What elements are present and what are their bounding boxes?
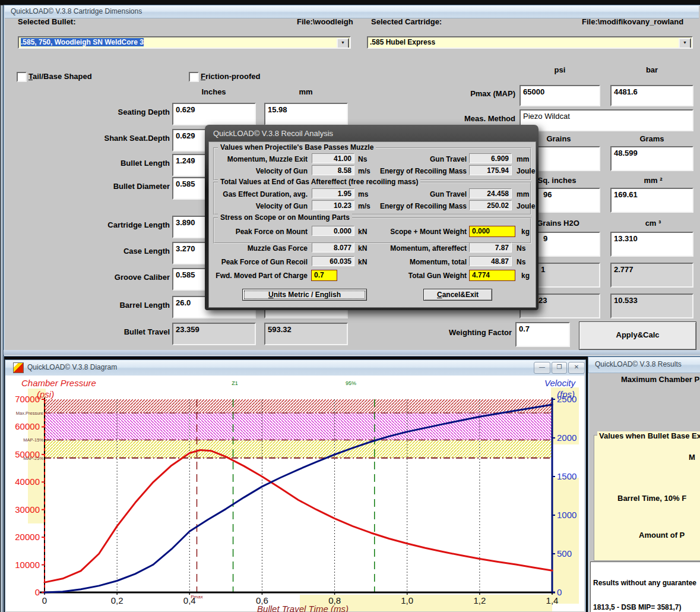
charge-grams-field[interactable]: 48.599 — [610, 146, 693, 171]
max-chamber-pressure-label: Maximum Chamber Pr — [621, 375, 700, 384]
row-label: Velocity of Gun — [212, 167, 308, 175]
muzzle-values-group — [213, 147, 531, 181]
muzzle-values-group-title: Values when Projectile's Base Passes Muz… — [218, 143, 376, 152]
row-label: Gun Travel — [368, 155, 467, 163]
cartridge-dimensions-title: QuickLOAD© V.3.8 Cartridge Dimensions — [11, 7, 142, 15]
bullet-file-label: File:\woodleigh — [297, 17, 353, 26]
pmax-bar-field[interactable]: 4481.6 — [610, 85, 693, 106]
fwd-moved-charge-input[interactable]: 0.7 — [311, 270, 337, 281]
unit-label: Ns — [517, 258, 525, 266]
peak-force-on-mount-value: 0.000 — [312, 226, 354, 236]
x-axis-title: Bullet Travel Time (ms) — [214, 604, 392, 612]
svg-text:0: 0 — [35, 587, 40, 597]
apply-calc-button[interactable]: Apply&Calc — [579, 321, 696, 350]
barrel-time-label: Barrel Time, 10% F — [617, 494, 686, 503]
row-label: Momentum, Muzzle Exit — [212, 155, 308, 163]
energy-recoiling-mass-muzzle-value: 175.94 — [469, 165, 512, 175]
results-warning-box: Results without any guarantee 1813,5 - D… — [590, 561, 700, 612]
gun-travel-aftereffect-value: 24.458 — [469, 188, 512, 198]
svg-text:1000: 1000 — [557, 510, 577, 520]
grams-header: Grams — [622, 134, 682, 143]
gas-effect-duration-value: 1.95 — [312, 188, 354, 198]
svg-text:1,0: 1,0 — [401, 595, 413, 605]
disabled-field-right: 2.777 — [610, 263, 693, 288]
dim-label: Shank Seat.Depth — [17, 134, 170, 143]
psi-header: psi — [530, 65, 590, 74]
scope-mount-weight-input[interactable]: 0.000 — [469, 226, 515, 237]
svg-text:0,2: 0,2 — [111, 595, 123, 605]
cm3-header: cm ³ — [623, 219, 683, 228]
svg-text:Z1: Z1 — [232, 380, 238, 386]
bullet-travel-mm-field: 593.32 — [264, 323, 348, 345]
scope-stress-group-title: Stress on Scope or on Mounting Parts — [218, 213, 352, 222]
unit-label: Joule — [517, 202, 535, 210]
bullet-combobox[interactable]: .585, 750, Woodleigh SN WeldCore 3 ▼ — [18, 36, 351, 49]
svg-text:30000: 30000 — [15, 504, 40, 515]
row-label: Momentum, aftereffect — [368, 244, 467, 253]
main-bottom-border — [4, 350, 700, 355]
velocity-of-gun-muzzle-value: 8.58 — [312, 165, 354, 175]
unit-label: Ns — [358, 155, 367, 163]
diagram-app-icon — [13, 362, 24, 373]
momentum-total-value: 48.87 — [469, 256, 512, 266]
muzzle-gas-force-value: 8.077 — [312, 242, 354, 253]
diagram-title: QuickLOAD© V.3.8 Diagram — [27, 363, 117, 371]
svg-text:0: 0 — [42, 595, 47, 605]
row-label: Energy of Recoiling Mass — [368, 202, 467, 210]
chevron-down-icon[interactable]: ▼ — [679, 38, 691, 49]
minimize-button[interactable]: — — [534, 362, 550, 374]
svg-text:1500: 1500 — [557, 471, 577, 481]
bullet-combobox-value: .585, 750, Woodleigh SN WeldCore 3 — [21, 38, 144, 46]
unit-label: mm — [517, 155, 529, 163]
dim-label: Case Length — [17, 247, 170, 255]
weighting-factor-field[interactable]: 0.7 — [515, 322, 570, 347]
meas-method-label: Meas. Method — [410, 114, 515, 123]
selected-bullet-label: Selected Bullet: — [18, 17, 76, 26]
dim-label: Cartridge Length — [17, 220, 170, 229]
tail-base-checkbox[interactable] — [17, 72, 27, 82]
disabled-field-right: 10.533 — [610, 294, 693, 318]
unit-label: kN — [358, 244, 367, 253]
svg-text:2000: 2000 — [557, 433, 577, 443]
row-label: Scope + Mount Weight — [368, 228, 467, 236]
bore-area-mm2-field[interactable]: 169.61 — [610, 188, 693, 213]
case-capacity-cm3-field[interactable]: 13.310 — [610, 232, 693, 257]
pmax-label: Pmax (MAP) — [410, 89, 515, 98]
svg-text:MAP-15%: MAP-15% — [23, 437, 43, 443]
close-button[interactable]: ✕ — [568, 362, 585, 374]
svg-text:Max.Pressure: Max.Pressure — [16, 411, 43, 416]
dim-label: Bullet Length — [17, 159, 170, 168]
seating-depth-mm-field[interactable]: 15.98 — [264, 103, 348, 125]
total-gun-weight-input[interactable]: 4.774 — [469, 270, 515, 281]
bullet-base-exit-group-title: Values when Bullet Base Exit — [597, 431, 700, 440]
tail-base-label: Tail/Base Shaped — [28, 72, 92, 81]
row-label: Velocity of Gun — [212, 202, 308, 210]
meas-method-field[interactable]: Piezo Wildcat — [520, 109, 693, 131]
unit-label: kN — [358, 258, 367, 266]
momentum-muzzle-exit-value: 41.00 — [312, 153, 354, 163]
row-label: Peak Force on Mount — [212, 228, 308, 236]
unit-label: ms — [358, 190, 368, 198]
svg-text:1,4: 1,4 — [546, 595, 559, 605]
units-metric-english-button[interactable]: Units Metric / English — [242, 289, 367, 301]
cancel-button-label: Cancel&Exit — [424, 291, 492, 299]
pmax-psi-field[interactable]: 65000 — [520, 85, 600, 106]
cancel-exit-button[interactable]: Cancel&Exit — [423, 289, 492, 301]
restore-button[interactable]: ❐ — [552, 362, 567, 374]
warning-line: 1813,5 - DSB MIP= 3581,7) — [593, 604, 700, 612]
chevron-down-icon[interactable]: ▼ — [337, 38, 349, 49]
pressure-velocity-chart: PmaxZ195%Max.PressureMAP-15%MAP-25%70000… — [5, 376, 584, 611]
row-label: Gun Travel — [368, 190, 467, 198]
weighting-factor-label: Weighting Factor — [416, 328, 512, 337]
row-label: Peak Force of Gun Recoil — [212, 258, 308, 266]
svg-text:500: 500 — [557, 548, 572, 559]
momentum-aftereffect-value: 7.87 — [469, 242, 512, 253]
dim-label: Groove Caliber — [17, 273, 170, 282]
seating-depth-inches-field[interactable]: 0.629 — [172, 103, 256, 125]
energy-recoiling-mass-aftereffect-value: 250.02 — [469, 200, 512, 210]
cartridge-combobox[interactable]: .585 Hubel Express ▼ — [367, 36, 693, 49]
friction-proofed-checkbox[interactable] — [189, 72, 199, 82]
row-label: Total Gun Weight — [368, 272, 467, 280]
svg-text:60000: 60000 — [15, 421, 40, 431]
peak-force-gun-recoil-value: 60.035 — [312, 256, 354, 266]
